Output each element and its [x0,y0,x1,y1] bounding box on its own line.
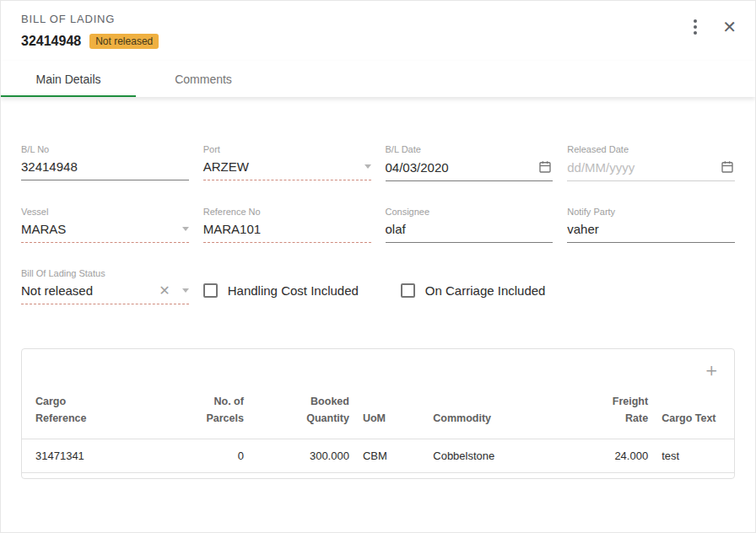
on-carriage-label: On Carriage Included [425,283,546,298]
cargo-table-card: ＋ Cargo Reference No. of Parcels Booked … [21,348,735,479]
cargo-table: Cargo Reference No. of Parcels Booked Qu… [22,385,734,473]
tab-main-details[interactable]: Main Details [1,61,136,97]
field-bl-no: B/L No 32414948 [21,144,189,181]
cell-commodity[interactable]: Cobbelstone [426,439,558,473]
handling-cost-checkbox[interactable] [203,283,218,298]
field-reference-no: Reference No MARA101 [203,207,371,243]
bl-no-input[interactable]: 32414948 [21,159,189,174]
field-vessel: Vessel MARAS [21,207,189,243]
calendar-icon[interactable] [720,159,735,175]
bl-date-label: B/L Date [386,144,554,154]
cell-no-of-parcels[interactable]: 0 [181,439,251,473]
vessel-select[interactable]: MARAS [21,222,177,236]
add-cargo-line-icon[interactable]: ＋ [702,361,721,380]
col-no-of-parcels: No. of Parcels [181,385,251,439]
cell-uom[interactable]: CBM [356,439,426,473]
close-icon[interactable]: ✕ [721,17,738,37]
consignee-input[interactable]: olaf [386,222,554,236]
reference-no-label: Reference No [203,207,371,217]
notify-party-label: Notify Party [567,207,735,217]
field-consignee: Consignee olaf [386,207,554,243]
chevron-down-icon[interactable] [182,227,189,231]
chevron-down-icon[interactable] [364,164,371,169]
cell-freight-rate[interactable]: 24.000 [559,439,656,473]
status-badge: Not released [89,34,159,49]
calendar-icon[interactable] [537,159,553,175]
cell-booked-quantity[interactable]: 300.000 [251,439,356,473]
clear-icon[interactable]: ✕ [159,284,170,298]
field-port: Port ARZEW [203,144,371,181]
reference-no-input[interactable]: MARA101 [203,222,371,236]
col-commodity: Commodity [426,385,558,439]
cell-cargo-text[interactable]: test [655,439,734,473]
released-date-input[interactable]: dd/MM/yyyy [567,160,715,175]
bl-no-label: B/L No [21,144,189,154]
table-header-row: Cargo Reference No. of Parcels Booked Qu… [22,385,734,439]
chevron-down-icon[interactable] [182,288,189,293]
consignee-label: Consignee [386,207,554,217]
main-details-form: B/L No 32414948 Port ARZEW B/L Date 04/0… [1,97,755,304]
bl-status-label: Bill Of Lading Status [21,268,189,278]
bl-number: 32414948 [21,34,81,49]
dialog-header: BILL OF LADING 32414948 Not released ✕ [1,1,755,49]
col-uom: UoM [356,385,426,439]
col-booked-quantity: Booked Quantity [251,385,356,439]
bl-date-input[interactable]: 04/03/2020 [386,160,533,175]
col-freight-rate: Freight Rate [559,385,656,439]
port-select[interactable]: ARZEW [203,159,359,174]
on-carriage-checkbox[interactable] [401,283,415,298]
more-options-icon[interactable] [688,16,702,38]
tab-bar: Main Details Comments [1,61,755,97]
cell-cargo-reference[interactable]: 31471341 [22,439,181,473]
on-carriage-checkbox-row[interactable]: On Carriage Included [401,283,546,298]
released-date-label: Released Date [567,144,735,154]
field-bl-date: B/L Date 04/03/2020 [386,144,554,181]
notify-party-input[interactable]: vaher [567,222,735,236]
vessel-label: Vessel [21,207,189,217]
field-notify-party: Notify Party vaher [567,207,735,243]
dialog-eyebrow: BILL OF LADING [21,11,735,25]
bl-status-select[interactable]: Not released [21,283,155,298]
handling-cost-checkbox-row[interactable]: Handling Cost Included [203,283,359,298]
handling-cost-label: Handling Cost Included [228,283,359,298]
table-row[interactable]: 31471341 0 300.000 CBM Cobbelstone 24.00… [22,439,734,473]
field-bl-status: Bill Of Lading Status Not released ✕ [21,268,189,304]
col-cargo-reference: Cargo Reference [22,385,181,439]
field-released-date: Released Date dd/MM/yyyy [567,144,735,181]
tab-comments[interactable]: Comments [136,61,271,97]
port-label: Port [203,144,371,154]
col-cargo-text: Cargo Text [655,385,734,439]
